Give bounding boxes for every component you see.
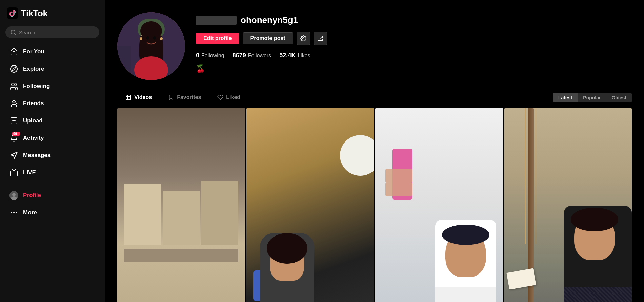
- sidebar: TikTok Search For You Explore: [0, 0, 105, 302]
- svg-marker-4: [13, 68, 15, 70]
- svg-point-26: [160, 37, 163, 40]
- sidebar-item-label: LIVE: [23, 169, 36, 176]
- sidebar-item-label: Profile: [23, 192, 41, 199]
- sidebar-item-label: Following: [23, 83, 50, 90]
- tab-videos[interactable]: Videos: [117, 90, 160, 105]
- svg-rect-0: [7, 7, 18, 19]
- search-bar[interactable]: Search: [5, 26, 99, 38]
- compass-icon: [9, 64, 18, 73]
- svg-point-6: [13, 100, 15, 103]
- sidebar-item-for-you[interactable]: For You: [3, 43, 102, 60]
- settings-button[interactable]: [297, 32, 310, 45]
- sidebar-item-activity[interactable]: 99+ Activity: [3, 130, 102, 147]
- sidebar-item-live[interactable]: LIVE: [3, 164, 102, 181]
- videos-tab-icon: [125, 94, 132, 100]
- activity-icon: 99+: [9, 134, 18, 143]
- sidebar-item-profile[interactable]: Profile: [3, 187, 102, 204]
- svg-point-16: [16, 212, 17, 213]
- search-icon: [10, 29, 16, 35]
- sidebar-item-label: Upload: [23, 117, 43, 124]
- sidebar-item-label: Messages: [23, 152, 51, 159]
- profile-avatar: [117, 12, 185, 80]
- logo-area: TikTok: [0, 3, 105, 24]
- sidebar-nav: For You Explore Following: [0, 43, 105, 222]
- edit-profile-button[interactable]: Edit profile: [196, 33, 239, 44]
- svg-point-28: [302, 38, 304, 39]
- following-label: Following: [201, 53, 224, 59]
- favorites-tab-icon: [168, 94, 174, 100]
- friends-icon: [9, 99, 18, 108]
- video-card[interactable]: uy! congrats Dela Cruz!: [117, 108, 245, 302]
- logo-text: TikTok: [21, 8, 47, 19]
- main-content: ohonenyn5g1 Edit profile Promote post: [105, 0, 644, 302]
- svg-point-3: [11, 65, 17, 72]
- sort-oldest-button[interactable]: Oldest: [606, 93, 632, 102]
- svg-marker-10: [11, 152, 17, 158]
- sidebar-item-friends[interactable]: Friends: [3, 95, 102, 112]
- profile-actions: Edit profile Promote post: [196, 32, 630, 45]
- more-icon: [9, 208, 18, 217]
- sidebar-item-following[interactable]: Following: [3, 78, 102, 95]
- svg-point-15: [14, 212, 14, 213]
- tab-liked[interactable]: Liked: [209, 90, 248, 105]
- sidebar-item-messages[interactable]: Messages: [3, 147, 102, 164]
- profile-header: ohonenyn5g1 Edit profile Promote post: [105, 0, 644, 80]
- sort-buttons: Latest Popular Oldest: [553, 93, 632, 102]
- content-section: Videos Favorites Liked: [105, 90, 644, 302]
- search-placeholder: Search: [19, 30, 35, 35]
- tabs-list: Videos Favorites Liked: [117, 90, 248, 105]
- svg-point-25: [140, 37, 142, 40]
- bio-emoji: 🍒: [196, 64, 630, 73]
- live-icon: [9, 168, 18, 177]
- sort-latest-button[interactable]: Latest: [553, 93, 578, 102]
- svg-point-23: [153, 36, 156, 40]
- svg-point-17: [11, 212, 12, 213]
- svg-point-5: [12, 83, 14, 86]
- sidebar-item-label: Friends: [23, 100, 44, 107]
- svg-rect-27: [117, 46, 131, 80]
- svg-point-22: [146, 36, 149, 40]
- sidebar-item-more[interactable]: More: [3, 204, 102, 221]
- likes-stat: 52.4K Likes: [279, 52, 310, 59]
- svg-rect-11: [11, 171, 17, 176]
- sidebar-item-explore[interactable]: Explore: [3, 60, 102, 77]
- promote-post-button[interactable]: Promote post: [243, 32, 293, 44]
- video-card[interactable]: nakapagtala na aapat na lang yung notebo…: [246, 108, 374, 302]
- profile-avatar-small: [9, 191, 18, 200]
- tab-liked-label: Liked: [226, 94, 240, 100]
- svg-rect-29: [126, 95, 131, 100]
- display-name-blurred: [196, 16, 237, 25]
- tab-favorites[interactable]: Favorites: [160, 90, 209, 105]
- upload-icon: [9, 116, 18, 125]
- messages-icon: [9, 151, 18, 160]
- home-icon: [9, 47, 18, 56]
- followers-count: 8679: [233, 52, 246, 59]
- avatar-image: [117, 12, 185, 80]
- video-grid: uy! congrats Dela Cruz!: [117, 108, 632, 302]
- tabs-bar: Videos Favorites Liked: [117, 90, 632, 105]
- sidebar-item-label: For You: [23, 48, 44, 55]
- following-icon: [9, 82, 18, 91]
- sort-popular-button[interactable]: Popular: [578, 93, 606, 102]
- stats-row: 0 Following 8679 Followers 52.4K Likes: [196, 52, 630, 59]
- username-handle: ohonenyn5g1: [241, 15, 298, 25]
- share-button[interactable]: [314, 32, 327, 45]
- followers-label: Followers: [248, 53, 271, 59]
- svg-line-2: [14, 33, 15, 34]
- sidebar-item-label: More: [23, 209, 37, 216]
- liked-tab-icon: [217, 94, 223, 100]
- tiktok-logo-icon: [7, 7, 18, 19]
- likes-count: 52.4K: [279, 52, 296, 59]
- following-count: 0: [196, 52, 199, 59]
- video-card[interactable]: pambihira naman, bakit si Dela Cruz lang…: [375, 108, 503, 302]
- activity-badge: 99+: [12, 132, 20, 136]
- svg-point-13: [12, 193, 16, 196]
- tab-videos-label: Videos: [134, 94, 152, 100]
- sidebar-item-upload[interactable]: Upload: [3, 112, 102, 129]
- username-row: ohonenyn5g1: [196, 15, 630, 25]
- followers-stat[interactable]: 8679 Followers: [233, 52, 271, 59]
- sidebar-divider: [5, 184, 99, 184]
- following-stat[interactable]: 0 Following: [196, 52, 224, 59]
- sidebar-item-label: Explore: [23, 65, 44, 72]
- video-card[interactable]: itong papel na hawak ko ay limang piso, …: [504, 108, 632, 302]
